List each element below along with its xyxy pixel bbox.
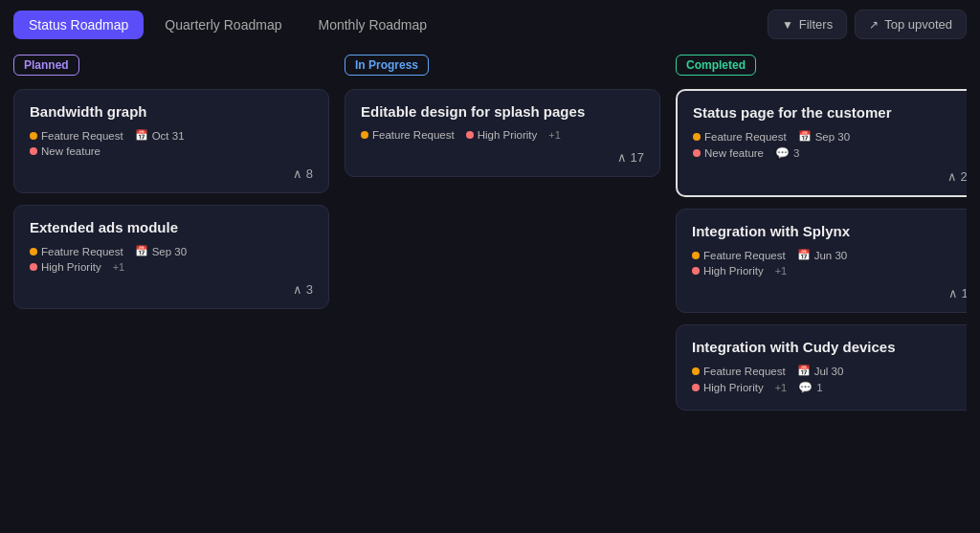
card-tags-row2: High Priority+1 (30, 261, 313, 273)
tag-label: Feature Request (41, 246, 123, 257)
tag-label: New feature (704, 147, 764, 159)
tag-feature-request: Feature Request (692, 366, 786, 377)
card-tags-row1: Feature Request📅Jul 30 (692, 365, 967, 377)
card-editable-design[interactable]: Editable design for splash pagesFeature … (345, 89, 660, 177)
upvote-count: 3 (306, 282, 313, 297)
upvote-count: 17 (631, 150, 644, 165)
action-btn-top-upvoted[interactable]: ↗Top upvoted (855, 10, 967, 39)
upvote-icon: ∧ (293, 282, 302, 297)
card-title: Integration with Cudy devices (692, 339, 967, 355)
tag-feature-request: Feature Request (692, 250, 786, 261)
tag-label: High Priority (478, 129, 538, 141)
nav-tab-monthly-roadmap[interactable]: Monthly Roadmap (302, 11, 442, 39)
calendar-icon: 📅 (797, 249, 811, 261)
tag-dot (692, 252, 700, 259)
nav-tabs: Status RoadmapQuarterly RoadmapMonthly R… (13, 11, 442, 39)
tag-feature-request: Feature Request (30, 130, 123, 142)
column-in-progress: In ProgressEditable design for splash pa… (345, 55, 660, 523)
card-title: Extended ads module (30, 219, 313, 235)
action-btn-filters[interactable]: ▼Filters (768, 10, 847, 39)
tag-label: High Priority (41, 261, 101, 273)
card-tags-row2: High Priority+1💬1 (692, 381, 967, 394)
date-label: Jul 30 (814, 366, 844, 377)
top-nav: Status RoadmapQuarterly RoadmapMonthly R… (13, 10, 967, 39)
board: PlannedBandwidth graphFeature Request📅Oc… (13, 55, 967, 523)
date-label: Sep 30 (815, 131, 850, 143)
comment-count: 1 (816, 382, 822, 393)
tag-feature-request: Feature Request (693, 131, 787, 143)
card-integration-splynx[interactable]: Integration with SplynxFeature Request📅J… (676, 209, 967, 313)
column-header-in-progress: In Progress (345, 55, 429, 76)
column-planned: PlannedBandwidth graphFeature Request📅Oc… (13, 55, 329, 523)
upvote-count: 21 (961, 169, 967, 184)
tag-high-priority: High Priority (30, 261, 101, 273)
tag-label: Feature Request (703, 366, 786, 377)
upvote-icon: ∧ (947, 169, 957, 184)
plus-label: +1 (775, 382, 788, 393)
tag-new-feature: New feature (30, 145, 100, 157)
upvote-count: 10 (962, 286, 967, 300)
tag-label: High Priority (703, 265, 764, 277)
tag-plus: +1 (113, 261, 125, 273)
calendar-icon: 📅 (135, 129, 148, 142)
comment-icon: 💬 (775, 146, 790, 160)
calendar-icon: 📅 (797, 365, 811, 377)
card-tags-row1: Feature Request📅Oct 31 (30, 129, 313, 142)
card-tags-row2: New feature (30, 145, 313, 157)
card-integration-cudy[interactable]: Integration with Cudy devicesFeature Req… (676, 324, 967, 411)
comment-count: 3 (793, 147, 799, 159)
card-title: Editable design for splash pages (361, 103, 644, 120)
date-label: Jun 30 (814, 250, 848, 261)
card-footer: ∧21 (693, 169, 967, 184)
tag-label: Feature Request (703, 250, 786, 261)
card-tags-row2: High Priority+1 (692, 265, 967, 277)
tag-comments: 💬1 (798, 381, 822, 394)
card-status-page[interactable]: Status page for the customerFeature Requ… (676, 89, 967, 197)
tag-label: Feature Request (372, 129, 455, 141)
tag-label: Feature Request (704, 131, 787, 143)
column-completed: CompletedStatus page for the customerFea… (676, 55, 967, 523)
card-bandwidth-graph[interactable]: Bandwidth graphFeature Request📅Oct 31New… (13, 89, 329, 193)
tag-dot (693, 149, 701, 157)
tag-dot (30, 248, 37, 255)
nav-actions: ▼Filters↗Top upvoted (768, 10, 967, 39)
card-tags-row1: Feature RequestHigh Priority+1 (361, 129, 644, 141)
tag-label: High Priority (703, 382, 764, 393)
card-title: Bandwidth graph (30, 103, 313, 120)
tag-feature-request: Feature Request (361, 129, 455, 141)
column-header-planned: Planned (13, 55, 79, 76)
column-header-completed: Completed (676, 55, 756, 76)
tag-dot (361, 131, 368, 139)
upvote-icon: ∧ (948, 286, 958, 300)
tag-new-feature: New feature (693, 147, 764, 159)
tag-high-priority: High Priority (692, 382, 764, 393)
plus-label: +1 (113, 261, 125, 273)
tag-high-priority: High Priority (692, 265, 764, 277)
tag-date: 📅Jun 30 (797, 249, 848, 261)
tag-dot (30, 132, 37, 140)
card-title: Integration with Splynx (692, 223, 967, 239)
tag-label: New feature (41, 145, 100, 157)
tag-dot (30, 147, 37, 155)
nav-tab-quarterly-roadmap[interactable]: Quarterly Roadmap (149, 11, 297, 39)
card-footer: ∧3 (30, 282, 313, 297)
tag-dot (30, 263, 37, 271)
tag-dot (693, 133, 701, 141)
plus-label: +1 (548, 129, 561, 141)
tag-plus: +1 (548, 129, 561, 141)
card-tags-row1: Feature Request📅Sep 30 (693, 130, 967, 143)
filter-icon: ▼ (782, 18, 793, 32)
upvote-icon: ∧ (617, 150, 627, 165)
tag-high-priority: High Priority (466, 129, 538, 141)
card-title: Status page for the customer (693, 104, 967, 121)
tag-feature-request: Feature Request (30, 246, 123, 257)
comment-icon: 💬 (798, 381, 813, 394)
card-tags-row1: Feature Request📅Sep 30 (30, 245, 313, 257)
tag-dot (466, 131, 474, 139)
upvote-icon: ∧ (293, 167, 302, 181)
card-extended-ads[interactable]: Extended ads moduleFeature Request📅Sep 3… (13, 205, 329, 309)
nav-tab-status-roadmap[interactable]: Status Roadmap (13, 11, 144, 39)
trending-icon: ↗ (869, 18, 879, 32)
tag-dot (692, 367, 700, 375)
calendar-icon: 📅 (798, 130, 812, 143)
